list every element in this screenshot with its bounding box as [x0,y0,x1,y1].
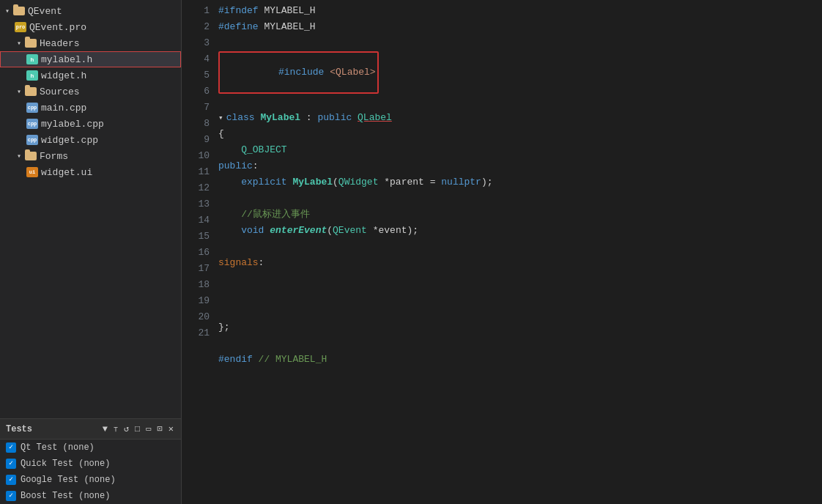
test-checkbox-google[interactable] [6,475,16,485]
code-token: Q_OBJECT [241,142,286,158]
code-line-13: void enterEvent(QEvent *event); [218,223,807,239]
expand-button[interactable]: □ [133,423,141,435]
code-token: ( [333,174,338,190]
test-label: Quick Test (none) [21,459,110,469]
line-numbers: 1 2 3 4 5 6 7 8 9 10 11 12 13 14 15 16 1… [182,3,218,504]
sidebar-item-label: QEvent.pro [29,22,86,33]
code-token: #include [278,67,324,78]
code-token: enterEvent [270,223,327,239]
test-item-google[interactable]: Google Test (none) [0,472,181,488]
line-num-18: 18 [188,277,210,293]
layout-button[interactable]: ⊡ [156,423,164,435]
code-line-21: #endif // MYLABEL_H [218,352,807,368]
code-token: class [226,110,261,126]
tests-title: Tests [6,424,32,434]
code-token: //鼠标进入事件 [218,207,310,223]
sidebar-item-headers[interactable]: ▾ Headers [0,35,181,51]
sidebar-item-label: main.cpp [41,103,86,114]
code-token: MyLabel [260,110,300,126]
line-num-20: 20 [188,309,210,325]
collapse-button[interactable]: ▭ [144,423,152,435]
chevron-icon: ▾ [15,39,23,48]
code-token: : [300,110,317,126]
line-num-6: 6 [188,84,210,100]
code-line-7: { [218,126,807,142]
close-button[interactable]: ✕ [167,423,175,435]
code-lines[interactable]: #ifndef MYLABEL_H #define MYLABEL_H #inc… [218,3,822,504]
sidebar-item-label: widget.ui [41,167,92,178]
test-item-qt[interactable]: Qt Test (none) [0,440,181,456]
line-num-8: 8 [188,116,210,132]
refresh-button[interactable]: ↺ [122,423,130,435]
pro-file-icon: pro [15,21,26,33]
code-token: #ifndef [218,3,259,19]
line-num-2: 2 [188,19,210,35]
code-token: *parent = [378,174,441,190]
tests-panel: Tests ▼ ⊤ ↺ □ ▭ ⊡ ✕ Qt Test (none) Quick… [0,418,181,504]
sidebar-item-widget-ui[interactable]: ui widget.ui [0,164,181,180]
sidebar-item-qevent[interactable]: ▾ QEvent [0,3,181,19]
test-label: Qt Test (none) [21,442,95,453]
sidebar-item-label: widget.h [41,70,86,81]
code-line-1: #ifndef MYLABEL_H [218,3,807,19]
test-checkbox-quick[interactable] [6,459,16,469]
code-line-17 [218,287,807,303]
line-num-1: 1 [188,3,210,19]
sidebar-item-mylabel-h[interactable]: h mylabel.h [0,51,181,67]
line-num-4: 4 [188,51,210,67]
code-token: QWidget [338,174,379,190]
code-line-11 [218,190,807,207]
sidebar-item-widget-h[interactable]: h widget.h [0,67,181,84]
chevron-icon: ▾ [15,87,23,96]
sidebar-item-label: Headers [40,38,80,49]
line-num-21: 21 [188,325,210,341]
code-token: void [241,223,270,239]
line-num-11: 11 [188,164,210,180]
test-item-quick[interactable]: Quick Test (none) [0,456,181,472]
sidebar-item-label: Sources [40,86,80,97]
test-checkbox-qt[interactable] [6,442,16,453]
h-file-icon: h [26,53,38,65]
sidebar-item-qevent-pro[interactable]: pro QEvent.pro [0,19,181,35]
line-num-15: 15 [188,229,210,245]
code-token: : [259,255,264,271]
tests-toolbar: ▼ ⊤ ↺ □ ▭ ⊡ ✕ [101,423,175,435]
code-line-18 [218,303,807,319]
code-line-14 [218,239,807,255]
sidebar-item-mylabel-cpp[interactable]: cpp mylabel.cpp [0,116,181,132]
code-token: MyLabel [292,174,333,190]
code-editor[interactable]: 1 2 3 4 5 6 7 8 9 10 11 12 13 14 15 16 1… [182,0,822,504]
cpp-file-icon: cpp [26,134,38,146]
test-label: Google Test (none) [21,475,116,485]
code-token: QEvent [333,223,367,239]
code-line-5 [218,94,807,110]
code-line-16 [218,271,807,287]
code-line-15: signals: [218,255,807,271]
sidebar-item-forms[interactable]: ▾ Forms [0,148,181,164]
code-line-19: }; [218,319,807,336]
filter-button[interactable]: ▼ [101,423,109,435]
code-line-20 [218,336,807,352]
line-num-12: 12 [188,180,210,196]
fold-arrow[interactable]: ▾ [218,110,223,126]
code-line-10: explicit MyLabel(QWidget *parent = nullp… [218,174,807,190]
code-line-2: #define MYLABEL_H [218,19,807,35]
sidebar-item-widget-cpp[interactable]: cpp widget.cpp [0,132,181,148]
test-checkbox-boost[interactable] [6,491,16,501]
test-item-boost[interactable]: Boost Test (none) [0,488,181,504]
code-token: <QLabel> [330,67,375,78]
code-line-8: Q_OBJECT [218,142,807,158]
sort-button[interactable]: ⊤ [112,424,119,434]
code-line-9: public: [218,158,807,174]
folder-icon [25,37,37,49]
sidebar-item-main-cpp[interactable]: cpp main.cpp [0,100,181,116]
sidebar-item-label: QEvent [28,6,62,17]
sidebar-item-sources[interactable]: ▾ Sources [0,84,181,100]
cpp-file-icon: cpp [26,102,38,114]
h-file-icon: h [26,70,38,81]
sidebar-item-label: mylabel.h [41,54,92,65]
sidebar-item-label: widget.cpp [41,135,98,146]
line-num-5: 5 [188,67,210,84]
code-token-include-highlight: #include <QLabel> [218,51,379,94]
line-num-17: 17 [188,261,210,277]
